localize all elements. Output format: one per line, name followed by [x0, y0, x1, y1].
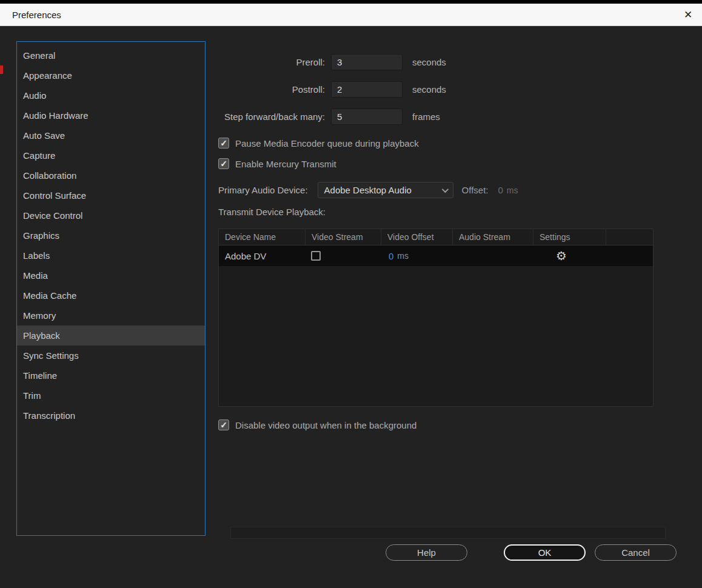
- pause-encoder-row: ✓ Pause Media Encoder queue during playb…: [218, 136, 690, 150]
- preroll-unit: seconds: [412, 57, 446, 67]
- column-header-video-offset: Video Offset: [381, 229, 452, 245]
- video-offset-cell: 0 ms: [381, 251, 452, 261]
- close-icon[interactable]: ✕: [674, 4, 702, 25]
- column-header-settings: Settings: [533, 229, 606, 245]
- title-bar: Preferences ✕: [0, 4, 702, 26]
- playback-settings-panel: Preroll: seconds Postroll: seconds Step …: [218, 26, 690, 588]
- check-icon: ✓: [220, 159, 227, 168]
- video-stream-checkbox[interactable]: [311, 251, 321, 261]
- ok-button[interactable]: OK: [504, 544, 586, 561]
- primary-audio-device-value: Adobe Desktop Audio: [324, 185, 442, 195]
- column-header-device-name: Device Name: [219, 229, 305, 245]
- column-header-video-stream: Video Stream: [305, 229, 381, 245]
- sidebar-item-auto-save[interactable]: Auto Save: [17, 125, 205, 145]
- offset-value: 0: [498, 185, 503, 195]
- video-stream-cell: [305, 251, 381, 261]
- chevron-down-icon: [441, 185, 448, 192]
- footer-strip: [230, 527, 666, 539]
- transmit-device-table: Device Name Video Stream Video Offset Au…: [218, 229, 654, 407]
- sidebar-item-control-surface[interactable]: Control Surface: [17, 185, 205, 205]
- postroll-row: Postroll: seconds: [218, 81, 690, 98]
- preferences-category-list: General Appearance Audio Audio Hardware …: [16, 41, 206, 536]
- dialog-title: Preferences: [12, 10, 61, 20]
- sidebar-item-audio[interactable]: Audio: [17, 85, 205, 105]
- check-icon: ✓: [220, 421, 227, 429]
- primary-audio-device-dropdown[interactable]: Adobe Desktop Audio: [318, 182, 453, 198]
- offset-unit: ms: [507, 185, 518, 195]
- sidebar-item-audio-hardware[interactable]: Audio Hardware: [17, 105, 205, 125]
- primary-audio-device-row: Primary Audio Device: Adobe Desktop Audi…: [218, 182, 690, 198]
- sidebar-item-collaboration[interactable]: Collaboration: [17, 165, 205, 185]
- preferences-dialog: Preferences ✕ General Appearance Audio A…: [0, 4, 702, 588]
- step-forward-back-unit: frames: [412, 112, 440, 122]
- sidebar-item-general[interactable]: General: [17, 45, 205, 65]
- dialog-body: General Appearance Audio Audio Hardware …: [0, 26, 702, 588]
- mercury-transmit-checkbox[interactable]: ✓: [218, 158, 229, 169]
- transmit-table-header: Device Name Video Stream Video Offset Au…: [219, 229, 653, 246]
- table-empty-area: [219, 266, 653, 406]
- check-icon: ✓: [220, 139, 227, 147]
- pause-encoder-label: Pause Media Encoder queue during playbac…: [235, 138, 419, 149]
- cancel-button[interactable]: Cancel: [595, 544, 677, 561]
- sidebar-item-media-cache[interactable]: Media Cache: [17, 286, 205, 306]
- preroll-row: Preroll: seconds: [218, 54, 690, 70]
- sidebar-item-playback[interactable]: Playback: [17, 326, 205, 346]
- sidebar-item-device-control[interactable]: Device Control: [17, 205, 205, 226]
- column-header-blank: [606, 229, 653, 245]
- sidebar-item-transcription[interactable]: Transcription: [17, 406, 205, 426]
- step-forward-back-label: Step forward/back many:: [218, 112, 331, 122]
- help-button[interactable]: Help: [386, 544, 467, 561]
- sidebar-item-sync-settings[interactable]: Sync Settings: [17, 346, 205, 366]
- disable-video-output-row: ✓ Disable video output when in the backg…: [218, 418, 690, 432]
- primary-audio-device-label: Primary Audio Device:: [218, 185, 308, 195]
- disable-video-output-checkbox[interactable]: ✓: [218, 419, 229, 430]
- preferences-dialog-page: Preferences ✕ General Appearance Audio A…: [0, 0, 702, 588]
- mercury-transmit-label: Enable Mercury Transmit: [235, 159, 336, 169]
- sidebar-item-media[interactable]: Media: [17, 266, 205, 286]
- device-name-cell: Adobe DV: [219, 251, 305, 261]
- gear-icon[interactable]: ⚙: [556, 250, 567, 262]
- sidebar-item-trim[interactable]: Trim: [17, 386, 205, 406]
- transmit-device-playback-label: Transmit Device Playback:: [218, 207, 690, 219]
- sidebar-item-timeline[interactable]: Timeline: [17, 366, 205, 386]
- disable-video-output-label: Disable video output when in the backgro…: [235, 420, 416, 430]
- video-offset-unit: ms: [397, 251, 409, 261]
- sidebar-item-memory[interactable]: Memory: [17, 306, 205, 326]
- table-row[interactable]: Adobe DV 0 ms ⚙: [219, 246, 653, 266]
- settings-cell: ⚙: [533, 250, 606, 262]
- mercury-transmit-row: ✓ Enable Mercury Transmit: [218, 156, 690, 171]
- preroll-label: Preroll:: [218, 57, 331, 67]
- postroll-unit: seconds: [412, 84, 446, 95]
- column-header-audio-stream: Audio Stream: [452, 229, 533, 245]
- background-artifact: [0, 65, 3, 74]
- footer-buttons: Help OK Cancel: [218, 544, 690, 561]
- postroll-input[interactable]: [331, 81, 403, 98]
- step-forward-back-row: Step forward/back many: frames: [218, 109, 690, 125]
- preroll-input[interactable]: [331, 54, 403, 70]
- sidebar-item-capture[interactable]: Capture: [17, 145, 205, 165]
- sidebar-item-appearance[interactable]: Appearance: [17, 65, 205, 85]
- video-offset-value[interactable]: 0: [389, 251, 393, 261]
- step-forward-back-input[interactable]: [331, 109, 403, 125]
- sidebar-item-graphics[interactable]: Graphics: [17, 226, 205, 246]
- sidebar-item-labels[interactable]: Labels: [17, 246, 205, 266]
- offset-label: Offset:: [462, 185, 489, 195]
- postroll-label: Postroll:: [218, 84, 331, 95]
- pause-encoder-checkbox[interactable]: ✓: [218, 138, 229, 149]
